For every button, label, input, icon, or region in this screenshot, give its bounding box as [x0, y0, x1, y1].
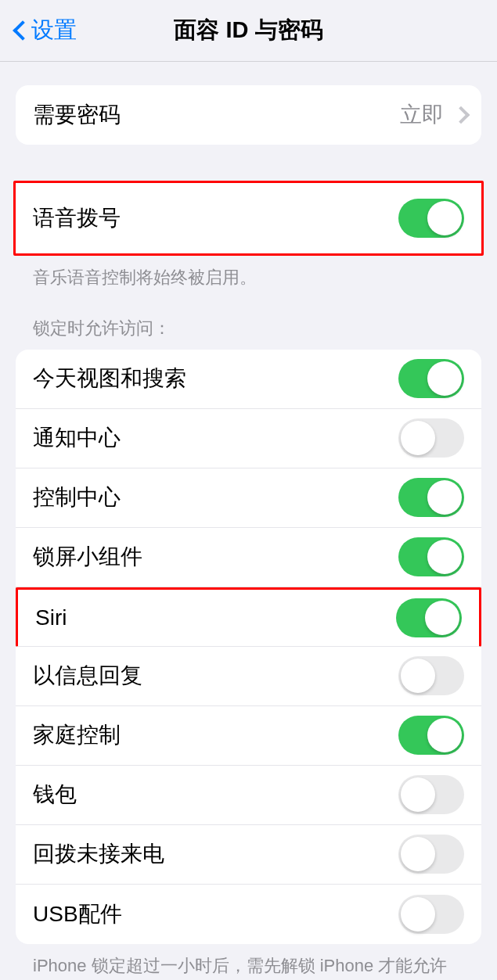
usb-accessories-toggle[interactable]	[398, 895, 464, 934]
today-view-toggle[interactable]	[398, 359, 464, 398]
lock-screen-widgets-row: 锁屏小组件	[16, 528, 481, 587]
today-view-label: 今天视图和搜索	[33, 364, 186, 393]
voice-dial-toggle[interactable]	[398, 199, 464, 238]
back-label: 设置	[31, 15, 77, 46]
notification-center-row: 通知中心	[16, 409, 481, 468]
return-missed-calls-label: 回拨未接来电	[33, 839, 164, 869]
control-center-row: 控制中心	[16, 468, 481, 528]
chevron-left-icon	[11, 20, 25, 41]
require-passcode-label: 需要密码	[33, 100, 121, 130]
siri-row-highlight: Siri	[16, 587, 481, 647]
siri-label: Siri	[35, 605, 67, 630]
locked-access-group: 今天视图和搜索 通知中心 控制中心 锁屏小组件 Siri 以信息回复 家庭控制	[16, 350, 481, 944]
usb-footer: iPhone 锁定超过一小时后，需先解锁 iPhone 才能允许USB 配件连接…	[16, 944, 481, 980]
wallet-row: 钱包	[16, 766, 481, 825]
home-control-label: 家庭控制	[33, 720, 121, 750]
reply-with-message-row: 以信息回复	[16, 647, 481, 706]
back-button[interactable]: 设置	[11, 15, 77, 46]
notification-center-toggle[interactable]	[398, 418, 464, 458]
home-control-row: 家庭控制	[16, 706, 481, 766]
lock-screen-widgets-toggle[interactable]	[398, 537, 464, 576]
notification-center-label: 通知中心	[33, 423, 121, 453]
require-passcode-value: 立即	[400, 100, 444, 130]
lock-screen-widgets-label: 锁屏小组件	[33, 542, 142, 572]
usb-accessories-row: USB配件	[16, 885, 481, 944]
reply-with-message-toggle[interactable]	[398, 656, 464, 695]
chevron-right-icon	[455, 107, 464, 123]
nav-header: 设置 面容 ID 与密码	[0, 0, 497, 62]
require-passcode-row[interactable]: 需要密码 立即	[16, 85, 481, 145]
voice-dial-footer: 音乐语音控制将始终被启用。	[16, 256, 481, 290]
reply-with-message-label: 以信息回复	[33, 661, 142, 691]
control-center-toggle[interactable]	[398, 478, 464, 517]
home-control-toggle[interactable]	[398, 716, 464, 755]
control-center-label: 控制中心	[33, 483, 121, 512]
today-view-row: 今天视图和搜索	[16, 350, 481, 409]
siri-toggle[interactable]	[396, 598, 462, 637]
return-missed-calls-row: 回拨未接来电	[16, 825, 481, 885]
require-passcode-group: 需要密码 立即	[16, 85, 481, 145]
voice-dial-group-highlight: 语音拨号	[13, 181, 484, 256]
locked-access-header: 锁定时允许访问：	[16, 290, 481, 350]
return-missed-calls-toggle[interactable]	[398, 835, 464, 874]
voice-dial-label: 语音拨号	[33, 203, 121, 233]
usb-accessories-label: USB配件	[33, 899, 122, 929]
wallet-toggle[interactable]	[398, 775, 464, 814]
wallet-label: 钱包	[33, 780, 77, 809]
voice-dial-row: 语音拨号	[16, 183, 481, 253]
